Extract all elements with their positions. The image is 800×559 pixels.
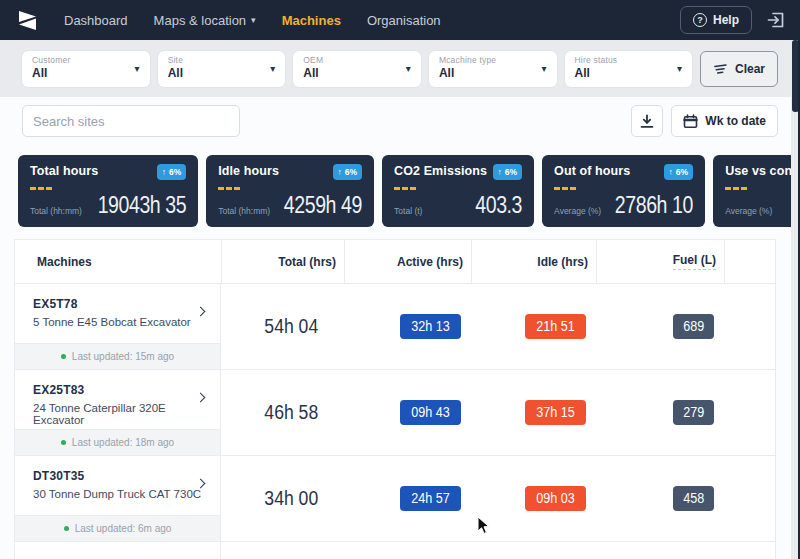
help-label: Help — [713, 13, 739, 27]
arrow-up-icon: ↑ — [162, 167, 166, 177]
col-header-fuel: Fuel (L) — [596, 240, 724, 283]
idle-badge: 21h 51 — [525, 314, 586, 339]
status-dot — [61, 440, 66, 445]
accent-dash — [554, 187, 576, 190]
clear-filters-button[interactable]: Clear — [700, 51, 778, 87]
active-hrs-cell: 24h 57 — [344, 456, 471, 541]
active-hrs-cell: 32h 13 — [344, 284, 471, 369]
machine-description: 30 Tonne Dump Truck CAT 730C — [33, 488, 206, 500]
trend-value: 6% — [505, 167, 517, 177]
kpi-value: 4259h 49 — [284, 192, 362, 219]
machine-cell — [15, 542, 221, 559]
kpi-value: 19043h 35 — [98, 192, 187, 219]
status-dot — [64, 526, 69, 531]
trend-badge: ↑6% — [493, 164, 523, 180]
machine-row[interactable]: EX5T78 5 Tonne E45 Bobcat Excavator Last… — [15, 284, 775, 370]
search-sites-input[interactable] — [22, 105, 240, 137]
filter-machine-type[interactable]: Mcachine type All ▾ — [429, 51, 557, 87]
filter-oem[interactable]: OEM All ▾ — [293, 51, 421, 87]
col-header-machines: Machines — [15, 240, 221, 283]
kpi-title: Total hours — [30, 164, 98, 178]
arrow-up-icon: ↑ — [338, 167, 342, 177]
kpi-cards-row: Total hours ↑6% Total (hh:mm) 19043h 35 … — [0, 145, 800, 237]
kpi-title: CO2 Emissions — [394, 164, 487, 178]
nav-item-dashboard[interactable]: Dashboard — [64, 13, 128, 28]
nav-item-maps-location[interactable]: Maps & location ▾ — [154, 13, 256, 28]
kpi-title: Idle hours — [218, 164, 279, 178]
chevron-down-icon: ▾ — [406, 62, 411, 73]
machine-row[interactable]: EX25T83 24 Tonne Caterpillar 320E Excava… — [15, 370, 775, 456]
machine-cell: EX25T83 24 Tonne Caterpillar 320E Excava… — [15, 370, 221, 455]
filter-label: Site — [168, 55, 276, 65]
download-button[interactable] — [631, 105, 663, 137]
accent-dash — [218, 187, 240, 190]
row-spacer-cell — [724, 456, 775, 541]
clear-filter-icon — [713, 63, 728, 75]
logout-icon[interactable] — [766, 10, 786, 30]
machine-row-partial[interactable] — [15, 542, 775, 559]
filter-label: OEM — [303, 55, 411, 65]
arrow-up-icon: ↑ — [498, 167, 502, 177]
last-updated-text: Last updated: 15m ago — [72, 351, 174, 362]
accent-dash — [30, 187, 52, 190]
nav-item-label: Maps & location — [154, 13, 247, 28]
accent-dash — [725, 187, 747, 190]
chevron-down-icon: ▾ — [270, 62, 275, 73]
top-nav: Dashboard Maps & location ▾ Machines Org… — [0, 0, 800, 40]
fuel-badge: 458 — [673, 486, 714, 511]
machines-table: Machines Total (hrs) Active (hrs) Idle (… — [14, 239, 776, 559]
row-spacer-cell — [724, 370, 775, 455]
nav-menu: Dashboard Maps & location ▾ Machines Org… — [64, 13, 441, 28]
machine-id: EX25T83 — [33, 383, 206, 397]
trend-value: 6% — [169, 167, 181, 177]
kpi-unit-label: Total (t) — [394, 206, 422, 219]
machine-id: DT30T35 — [33, 469, 206, 483]
date-range-button[interactable]: Wk to date — [671, 105, 778, 137]
filter-value: All — [439, 66, 547, 80]
last-updated-strip: Last updated: 6m ago — [15, 515, 220, 541]
trend-badge: ↑6% — [333, 164, 363, 180]
kpi-title: Out of hours — [554, 164, 630, 178]
filter-value: All — [32, 66, 140, 80]
machine-cell: DT30T35 30 Tonne Dump Truck CAT 730C Las… — [15, 456, 221, 541]
calendar-icon — [683, 114, 698, 129]
kpi-unit-label: Total (hh:mm) — [218, 206, 270, 219]
total-hrs-cell: 54h 04 — [221, 284, 344, 369]
kpi-card-use-vs-contract: Use vs contract ↑6% Average (%) 41% — [713, 155, 800, 227]
kpi-value: 403.3 — [475, 192, 522, 219]
kpi-unit-label: Total (hh:mm) — [30, 206, 82, 219]
help-button[interactable]: ? Help — [680, 6, 752, 34]
machine-row[interactable]: DT30T35 30 Tonne Dump Truck CAT 730C Las… — [15, 456, 775, 542]
chevron-down-icon: ▾ — [251, 16, 256, 25]
kpi-card-co2-emissions: CO2 Emissions ↑6% Total (t) 403.3 — [382, 155, 534, 227]
last-updated-strip: Last updated: 18m ago — [15, 429, 220, 455]
col-header-active: Active (hrs) — [344, 240, 471, 283]
nav-item-organisation[interactable]: Organisation — [367, 13, 441, 28]
trend-value: 6% — [345, 167, 357, 177]
last-updated-text: Last updated: 18m ago — [72, 437, 174, 448]
app-logo-icon[interactable] — [18, 9, 38, 31]
chevron-down-icon: ▾ — [677, 62, 682, 73]
machine-description: 24 Tonne Caterpillar 320E Excavator — [33, 402, 206, 426]
accent-dash — [394, 187, 416, 190]
trend-badge: ↑6% — [664, 164, 694, 180]
fuel-cell: 458 — [596, 456, 724, 541]
chevron-down-icon: ▾ — [135, 62, 140, 73]
idle-hrs-cell: 09h 03 — [471, 456, 596, 541]
total-hrs-cell: 34h 00 — [221, 456, 344, 541]
total-hrs-cell: 46h 58 — [221, 370, 344, 455]
filter-customer[interactable]: Customer All ▾ — [22, 51, 150, 87]
filter-site[interactable]: Site All ▾ — [158, 51, 286, 87]
active-badge: 24h 57 — [400, 486, 461, 511]
filter-value: All — [303, 66, 411, 80]
kpi-title: Use vs contract — [725, 164, 800, 178]
date-range-label: Wk to date — [705, 114, 766, 128]
nav-item-machines[interactable]: Machines — [282, 13, 341, 28]
fuel-badge: 279 — [673, 400, 714, 425]
trend-value: 6% — [676, 167, 688, 177]
filter-hire-status[interactable]: Hire status All ▾ — [565, 51, 693, 87]
filter-label: Customer — [32, 55, 140, 65]
kpi-value: 2786h 10 — [615, 192, 693, 219]
idle-badge: 09h 03 — [525, 486, 586, 511]
trend-badge: ↑6% — [157, 164, 187, 180]
